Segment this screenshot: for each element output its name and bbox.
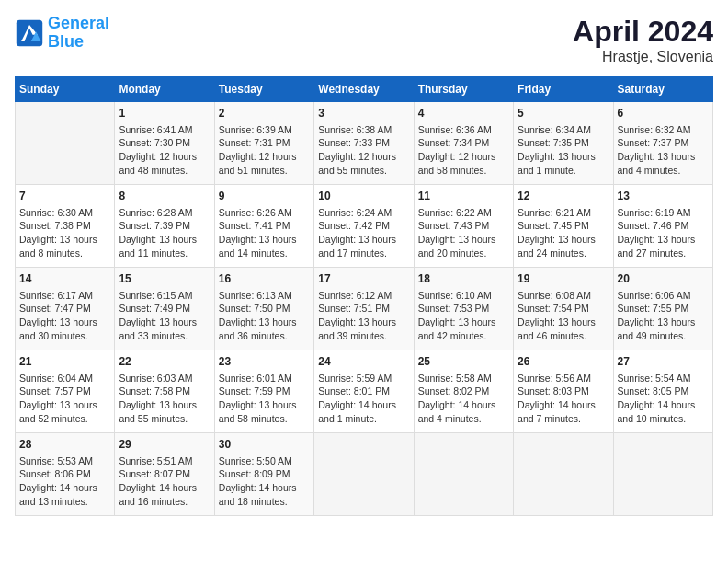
- logo: General Blue: [15, 15, 109, 52]
- day-number: 25: [418, 354, 509, 370]
- calendar-header-row: SundayMondayTuesdayWednesdayThursdayFrid…: [16, 77, 713, 102]
- calendar-week-row: 1Sunrise: 6:41 AMSunset: 7:30 PMDaylight…: [16, 102, 713, 185]
- header-saturday: Saturday: [613, 77, 712, 102]
- cell-content: Sunrise: 5:56 AMSunset: 8:03 PMDaylight:…: [518, 372, 609, 426]
- calendar-cell: 6Sunrise: 6:32 AMSunset: 7:37 PMDaylight…: [613, 102, 712, 185]
- calendar-cell: [16, 102, 115, 185]
- day-number: 11: [418, 189, 509, 204]
- day-number: 20: [618, 271, 709, 287]
- calendar-cell: 23Sunrise: 6:01 AMSunset: 7:59 PMDayligh…: [214, 350, 313, 433]
- day-number: 2: [219, 106, 310, 121]
- day-number: 29: [119, 437, 210, 453]
- cell-content: Sunrise: 6:03 AMSunset: 7:58 PMDaylight:…: [119, 372, 210, 426]
- calendar-cell: 9Sunrise: 6:26 AMSunset: 7:41 PMDaylight…: [214, 185, 313, 268]
- calendar-cell: 24Sunrise: 5:59 AMSunset: 8:01 PMDayligh…: [314, 350, 414, 433]
- day-number: 8: [119, 189, 210, 204]
- calendar-cell: 22Sunrise: 6:03 AMSunset: 7:58 PMDayligh…: [115, 350, 214, 433]
- header-thursday: Thursday: [414, 77, 513, 102]
- logo-text: General Blue: [48, 15, 109, 52]
- calendar-cell: 25Sunrise: 5:58 AMSunset: 8:02 PMDayligh…: [414, 350, 513, 433]
- logo-blue: Blue: [48, 32, 84, 51]
- day-number: 23: [219, 354, 310, 370]
- cell-content: Sunrise: 6:38 AMSunset: 7:33 PMDaylight:…: [318, 123, 409, 178]
- calendar-cell: 7Sunrise: 6:30 AMSunset: 7:38 PMDaylight…: [16, 185, 115, 268]
- cell-content: Sunrise: 6:10 AMSunset: 7:53 PMDaylight:…: [418, 289, 509, 343]
- cell-content: Sunrise: 6:41 AMSunset: 7:30 PMDaylight:…: [119, 123, 210, 178]
- calendar-week-row: 21Sunrise: 6:04 AMSunset: 7:57 PMDayligh…: [16, 350, 713, 433]
- page-title: April 2024: [573, 15, 713, 49]
- calendar-cell: 8Sunrise: 6:28 AMSunset: 7:39 PMDaylight…: [115, 185, 214, 268]
- page-subtitle: Hrastje, Slovenia: [573, 49, 713, 65]
- calendar-cell: 3Sunrise: 6:38 AMSunset: 7:33 PMDaylight…: [314, 102, 414, 185]
- cell-content: Sunrise: 6:39 AMSunset: 7:31 PMDaylight:…: [219, 123, 310, 178]
- day-number: 16: [219, 271, 310, 287]
- header-monday: Monday: [115, 77, 214, 102]
- cell-content: Sunrise: 5:58 AMSunset: 8:02 PMDaylight:…: [418, 372, 509, 426]
- day-number: 17: [318, 271, 409, 287]
- calendar-cell: 13Sunrise: 6:19 AMSunset: 7:46 PMDayligh…: [613, 185, 712, 268]
- title-block: April 2024 Hrastje, Slovenia: [573, 15, 713, 65]
- calendar-cell: 2Sunrise: 6:39 AMSunset: 7:31 PMDaylight…: [214, 102, 313, 185]
- cell-content: Sunrise: 6:19 AMSunset: 7:46 PMDaylight:…: [618, 206, 709, 260]
- calendar-cell: 21Sunrise: 6:04 AMSunset: 7:57 PMDayligh…: [16, 350, 115, 433]
- calendar-cell: 30Sunrise: 5:50 AMSunset: 8:09 PMDayligh…: [214, 433, 313, 516]
- day-number: 4: [418, 106, 509, 121]
- header-wednesday: Wednesday: [314, 77, 414, 102]
- calendar-cell: 20Sunrise: 6:06 AMSunset: 7:55 PMDayligh…: [613, 268, 712, 350]
- day-number: 19: [518, 271, 609, 287]
- day-number: 21: [19, 354, 110, 370]
- calendar-week-row: 7Sunrise: 6:30 AMSunset: 7:38 PMDaylight…: [16, 185, 713, 268]
- day-number: 15: [119, 271, 210, 287]
- calendar-cell: 15Sunrise: 6:15 AMSunset: 7:49 PMDayligh…: [115, 268, 214, 350]
- calendar-week-row: 14Sunrise: 6:17 AMSunset: 7:47 PMDayligh…: [16, 268, 713, 350]
- calendar-cell: 28Sunrise: 5:53 AMSunset: 8:06 PMDayligh…: [16, 433, 115, 516]
- calendar-cell: [314, 433, 414, 516]
- cell-content: Sunrise: 6:21 AMSunset: 7:45 PMDaylight:…: [518, 206, 609, 260]
- calendar-cell: 11Sunrise: 6:22 AMSunset: 7:43 PMDayligh…: [414, 185, 513, 268]
- day-number: 24: [318, 354, 409, 370]
- cell-content: Sunrise: 5:53 AMSunset: 8:06 PMDaylight:…: [19, 454, 110, 509]
- calendar-cell: 4Sunrise: 6:36 AMSunset: 7:34 PMDaylight…: [414, 102, 513, 185]
- day-number: 18: [418, 271, 509, 287]
- calendar-cell: [414, 433, 513, 516]
- calendar-cell: 16Sunrise: 6:13 AMSunset: 7:50 PMDayligh…: [214, 268, 313, 350]
- calendar-cell: 10Sunrise: 6:24 AMSunset: 7:42 PMDayligh…: [314, 185, 414, 268]
- day-number: 14: [19, 271, 110, 287]
- cell-content: Sunrise: 5:59 AMSunset: 8:01 PMDaylight:…: [318, 372, 409, 426]
- calendar-cell: 18Sunrise: 6:10 AMSunset: 7:53 PMDayligh…: [414, 268, 513, 350]
- cell-content: Sunrise: 6:04 AMSunset: 7:57 PMDaylight:…: [19, 372, 110, 426]
- day-number: 6: [618, 106, 709, 121]
- day-number: 12: [518, 189, 609, 204]
- day-number: 5: [518, 106, 609, 121]
- calendar-cell: 29Sunrise: 5:51 AMSunset: 8:07 PMDayligh…: [115, 433, 214, 516]
- day-number: 13: [618, 189, 709, 204]
- cell-content: Sunrise: 6:01 AMSunset: 7:59 PMDaylight:…: [219, 372, 310, 426]
- day-number: 3: [318, 106, 409, 121]
- cell-content: Sunrise: 6:06 AMSunset: 7:55 PMDaylight:…: [618, 289, 709, 343]
- cell-content: Sunrise: 6:22 AMSunset: 7:43 PMDaylight:…: [418, 206, 509, 260]
- calendar-cell: 19Sunrise: 6:08 AMSunset: 7:54 PMDayligh…: [514, 268, 613, 350]
- cell-content: Sunrise: 6:17 AMSunset: 7:47 PMDaylight:…: [19, 289, 110, 343]
- calendar-cell: [514, 433, 613, 516]
- logo-icon: [15, 18, 44, 48]
- header-sunday: Sunday: [16, 77, 115, 102]
- cell-content: Sunrise: 6:13 AMSunset: 7:50 PMDaylight:…: [219, 289, 310, 343]
- calendar-cell: 12Sunrise: 6:21 AMSunset: 7:45 PMDayligh…: [514, 185, 613, 268]
- calendar-cell: [613, 433, 712, 516]
- cell-content: Sunrise: 6:36 AMSunset: 7:34 PMDaylight:…: [418, 123, 509, 178]
- day-number: 27: [618, 354, 709, 370]
- cell-content: Sunrise: 5:51 AMSunset: 8:07 PMDaylight:…: [119, 454, 210, 509]
- calendar-table: SundayMondayTuesdayWednesdayThursdayFrid…: [15, 76, 713, 516]
- day-number: 9: [219, 189, 310, 204]
- calendar-cell: 1Sunrise: 6:41 AMSunset: 7:30 PMDaylight…: [115, 102, 214, 185]
- svg-rect-0: [17, 20, 42, 46]
- logo-general: General: [48, 14, 109, 32]
- day-number: 28: [19, 437, 110, 453]
- cell-content: Sunrise: 6:30 AMSunset: 7:38 PMDaylight:…: [19, 206, 110, 260]
- calendar-cell: 17Sunrise: 6:12 AMSunset: 7:51 PMDayligh…: [314, 268, 414, 350]
- cell-content: Sunrise: 6:15 AMSunset: 7:49 PMDaylight:…: [119, 289, 210, 343]
- day-number: 7: [19, 189, 110, 204]
- day-number: 10: [318, 189, 409, 204]
- calendar-cell: 14Sunrise: 6:17 AMSunset: 7:47 PMDayligh…: [16, 268, 115, 350]
- cell-content: Sunrise: 6:08 AMSunset: 7:54 PMDaylight:…: [518, 289, 609, 343]
